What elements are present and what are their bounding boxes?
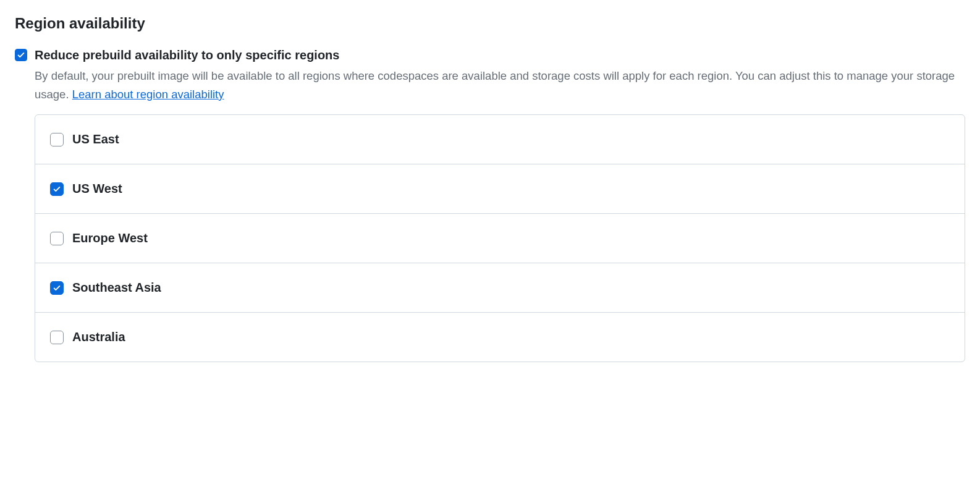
region-item-europe-west[interactable]: Europe West [35, 214, 965, 263]
check-icon [53, 185, 61, 193]
region-checkbox-australia[interactable] [50, 331, 64, 344]
region-list: US East US West Europe West Southeast As… [35, 114, 965, 362]
region-label: Australia [72, 330, 125, 344]
region-label: US East [72, 132, 119, 146]
reduce-prebuild-checkbox[interactable] [15, 49, 27, 61]
option-content: Reduce prebuild availability to only spe… [35, 47, 965, 103]
region-item-australia[interactable]: Australia [35, 313, 965, 362]
check-icon [53, 284, 61, 292]
region-item-us-east[interactable]: US East [35, 115, 965, 164]
reduce-prebuild-description: By default, your prebuilt image will be … [35, 67, 965, 103]
learn-about-region-link[interactable]: Learn about region availability [72, 88, 224, 101]
reduce-prebuild-label: Reduce prebuild availability to only spe… [35, 47, 965, 63]
section-title: Region availability [15, 15, 965, 32]
region-checkbox-us-west[interactable] [50, 182, 64, 196]
region-checkbox-southeast-asia[interactable] [50, 281, 64, 295]
region-item-us-west[interactable]: US West [35, 164, 965, 214]
region-item-southeast-asia[interactable]: Southeast Asia [35, 263, 965, 313]
reduce-prebuild-option: Reduce prebuild availability to only spe… [15, 47, 965, 103]
check-icon [17, 51, 25, 59]
region-label: Southeast Asia [72, 281, 161, 295]
region-checkbox-europe-west[interactable] [50, 232, 64, 245]
region-label: US West [72, 182, 122, 196]
region-checkbox-us-east[interactable] [50, 133, 64, 146]
region-label: Europe West [72, 231, 148, 245]
